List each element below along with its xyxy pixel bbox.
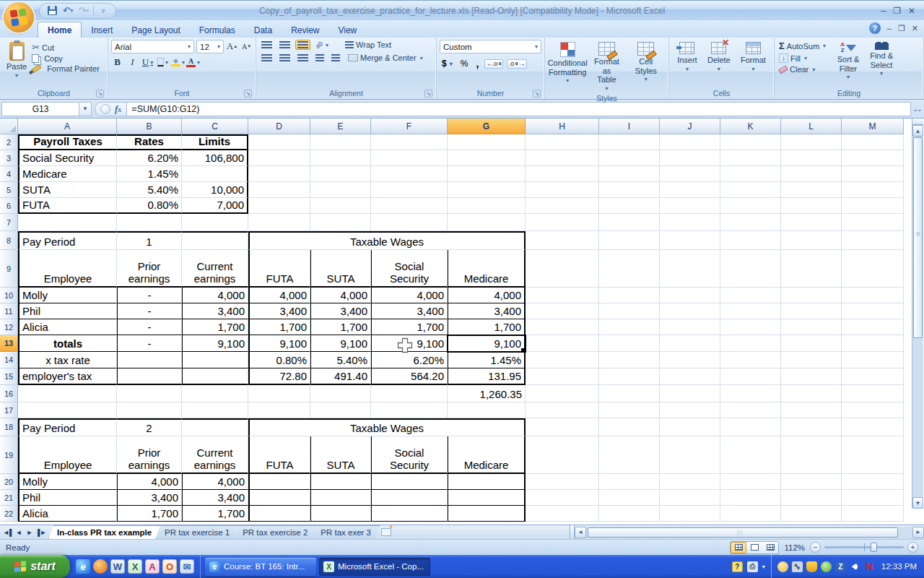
cell-I15[interactable] bbox=[599, 368, 660, 385]
cell-D12[interactable]: 1,700 bbox=[248, 319, 310, 335]
cell-J8[interactable] bbox=[660, 231, 720, 250]
name-box-dropdown[interactable]: ▼ bbox=[79, 102, 92, 116]
expand-formula-bar-button[interactable]: ⌄⌄ bbox=[911, 102, 923, 116]
cell-H19[interactable] bbox=[526, 436, 599, 474]
cell-L7[interactable] bbox=[781, 214, 842, 231]
formula-input[interactable]: =SUM(G10:G12) bbox=[127, 102, 911, 116]
cell-F19[interactable]: Social Security bbox=[371, 436, 448, 474]
wrench-icon[interactable]: 🔧︎ bbox=[792, 561, 803, 572]
cell-I10[interactable] bbox=[599, 288, 660, 303]
merge-center-button[interactable]: Merge & Center bbox=[346, 53, 424, 63]
cell-D21[interactable] bbox=[248, 490, 310, 506]
cell-C18[interactable] bbox=[182, 418, 248, 436]
cell-H4[interactable] bbox=[526, 166, 599, 182]
cell-L19[interactable] bbox=[781, 436, 842, 474]
cell-D5[interactable] bbox=[248, 182, 310, 198]
cell-F6[interactable] bbox=[371, 198, 448, 214]
cell-A18[interactable]: Pay Period bbox=[18, 418, 117, 436]
cell-A10[interactable]: Molly bbox=[18, 288, 117, 303]
align-right-button[interactable] bbox=[295, 53, 310, 63]
cell-C14[interactable] bbox=[182, 352, 248, 368]
cell-M5[interactable] bbox=[842, 182, 904, 198]
cell-D6[interactable] bbox=[248, 198, 310, 214]
task-button-excel[interactable]: X Microsoft Excel - Cop... bbox=[319, 558, 430, 576]
column-header-A[interactable]: A bbox=[18, 118, 117, 134]
find-select-button[interactable]: Find & Select▼ bbox=[865, 40, 898, 79]
cell-B14[interactable] bbox=[117, 352, 182, 368]
accounting-format-button[interactable]: $ bbox=[440, 57, 455, 70]
cell-I13[interactable] bbox=[599, 335, 660, 352]
cell-C17[interactable] bbox=[182, 402, 248, 418]
cell-I19[interactable] bbox=[599, 436, 660, 474]
cell-H12[interactable] bbox=[526, 319, 599, 335]
cell-H14[interactable] bbox=[526, 352, 599, 368]
minimize-button[interactable]: – bbox=[881, 6, 886, 16]
cell-M14[interactable] bbox=[842, 352, 904, 368]
orientation-button[interactable]: ab bbox=[313, 40, 331, 50]
grow-font-button[interactable]: A▲ bbox=[226, 40, 238, 53]
cell-L5[interactable] bbox=[781, 182, 842, 198]
cell-C8[interactable] bbox=[182, 231, 248, 250]
cell-F3[interactable] bbox=[371, 150, 448, 166]
cell-K9[interactable] bbox=[720, 250, 781, 288]
align-left-button[interactable] bbox=[259, 53, 274, 63]
name-box[interactable]: G13 bbox=[1, 102, 79, 116]
cell-M3[interactable] bbox=[842, 150, 904, 166]
cell-K8[interactable] bbox=[720, 231, 781, 250]
cell-L13[interactable] bbox=[781, 335, 842, 352]
cell-G11[interactable]: 3,400 bbox=[448, 303, 526, 319]
cell-H10[interactable] bbox=[526, 288, 599, 303]
cell-L11[interactable] bbox=[781, 303, 842, 319]
clipboard-dialog-launcher[interactable]: ↘ bbox=[96, 90, 104, 98]
cell-E19[interactable]: SUTA bbox=[310, 436, 371, 474]
prev-sheet-button[interactable]: ◄ bbox=[14, 529, 24, 536]
borders-button[interactable] bbox=[157, 56, 169, 69]
cell-F2[interactable] bbox=[371, 134, 448, 150]
cell-C12[interactable]: 1,700 bbox=[182, 319, 248, 335]
save-button[interactable] bbox=[45, 4, 58, 17]
cell-F22[interactable] bbox=[371, 506, 448, 522]
cell-A7[interactable] bbox=[18, 214, 117, 231]
tab-view[interactable]: View bbox=[328, 22, 366, 38]
task-button-browser[interactable]: e Course: BT 165: Intr... bbox=[205, 558, 316, 576]
cell-G20[interactable] bbox=[448, 474, 526, 490]
cell-K10[interactable] bbox=[720, 288, 781, 303]
row-header-5[interactable]: 5 bbox=[0, 182, 18, 198]
cell-M16[interactable] bbox=[842, 385, 904, 402]
cell-A8[interactable]: Pay Period bbox=[18, 231, 117, 250]
cell-M12[interactable] bbox=[842, 319, 904, 335]
office-button[interactable] bbox=[4, 2, 34, 33]
cell-K17[interactable] bbox=[720, 402, 781, 418]
column-header-D[interactable]: D bbox=[248, 118, 310, 134]
cell-H20[interactable] bbox=[526, 474, 599, 490]
tab-split-handle[interactable] bbox=[570, 525, 575, 539]
number-dialog-launcher[interactable]: ↘ bbox=[533, 90, 541, 98]
cell-E20[interactable] bbox=[310, 474, 371, 490]
cell-D17[interactable] bbox=[248, 402, 310, 418]
cell-H13[interactable] bbox=[526, 335, 599, 352]
row-header-2[interactable]: 2 bbox=[0, 134, 18, 150]
copy-button[interactable]: Copy bbox=[30, 53, 101, 64]
cell-D2[interactable] bbox=[248, 134, 310, 150]
tab-review[interactable]: Review bbox=[282, 22, 328, 38]
cell-J15[interactable] bbox=[660, 368, 720, 385]
cell-K22[interactable] bbox=[720, 506, 781, 522]
cell-C22[interactable]: 1,700 bbox=[182, 506, 248, 522]
cell-E12[interactable]: 1,700 bbox=[310, 319, 371, 335]
printer-icon[interactable]: ⎙ bbox=[747, 561, 758, 572]
cell-G19[interactable]: Medicare bbox=[448, 436, 526, 474]
cell-L14[interactable] bbox=[781, 352, 842, 368]
shrink-font-button[interactable]: A▼ bbox=[240, 40, 253, 53]
cell-G21[interactable] bbox=[448, 490, 526, 506]
cell-B2[interactable]: Rates bbox=[117, 134, 182, 150]
underline-button[interactable]: U bbox=[141, 56, 154, 69]
column-header-G[interactable]: G bbox=[448, 118, 526, 134]
scroll-right-button[interactable]: ► bbox=[912, 527, 924, 538]
row-header-6[interactable]: 6 bbox=[0, 198, 18, 214]
cell-A2[interactable]: Payroll Taxes bbox=[18, 134, 117, 150]
top-align-button[interactable] bbox=[259, 40, 274, 50]
cell-F12[interactable]: 1,700 bbox=[371, 319, 448, 335]
cell-B22[interactable]: 1,700 bbox=[117, 506, 182, 522]
workbook-restore-button[interactable]: ❐ bbox=[898, 24, 905, 33]
cell-D7[interactable] bbox=[248, 214, 310, 231]
